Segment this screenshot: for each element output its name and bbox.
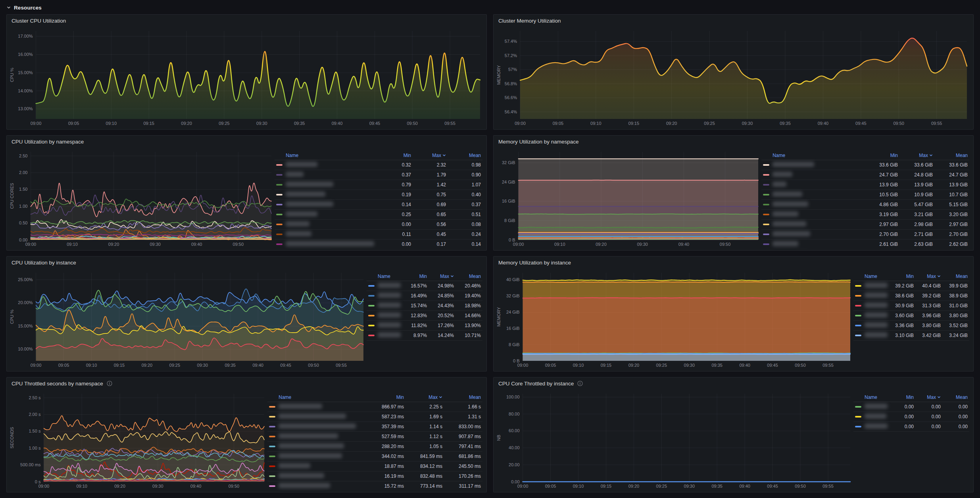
legend-series-name[interactable]: [772, 201, 865, 208]
panel-header[interactable]: CPU Utilization by instance: [7, 257, 486, 268]
legend-row[interactable]: 16.19 ms832.48 ms170.26 ms: [267, 471, 482, 481]
legend-series-name[interactable]: [279, 443, 367, 450]
legend-series-name[interactable]: [378, 283, 402, 289]
legend-row[interactable]: 2.70 GiB2.71 GiB2.70 GiB: [761, 230, 969, 239]
legend-row[interactable]: 18.87 ms834.12 ms245.50 ms: [267, 462, 482, 471]
legend-row[interactable]: 0.190.750.40: [275, 190, 482, 200]
legend-col-mean[interactable]: Mean: [942, 395, 969, 400]
legend-series-name[interactable]: [772, 241, 865, 247]
legend-col-max[interactable]: Max: [405, 395, 444, 400]
chart-cpu-core-throttled-by-instance[interactable]: 0.0020.0040.0060.0080.00100.0009:0009:05…: [496, 390, 853, 490]
chart-cpu-throttled-by-namespace[interactable]: 0 s500.00 ms1.00 s1.50 s2.00 s2.50 s09:0…: [9, 390, 267, 490]
legend-row[interactable]: 3.36 GiB3.80 GiB3.52 GiB: [853, 321, 969, 331]
legend-row[interactable]: 12.83%20.52%14.66%: [367, 311, 482, 321]
legend-series-name[interactable]: [279, 433, 367, 440]
chart-cluster-cpu[interactable]: 13.00%14.00%15.00%16.00%17.00%09:0009:05…: [9, 27, 483, 128]
legend-col-min[interactable]: Min: [402, 274, 429, 279]
legend-row[interactable]: 0.371.790.90: [275, 170, 482, 180]
legend-series-name[interactable]: [865, 293, 888, 299]
legend-row[interactable]: 4.86 GiB5.47 GiB5.15 GiB: [761, 200, 969, 210]
legend-series-name[interactable]: [279, 404, 367, 410]
legend-col-mean[interactable]: Mean: [942, 274, 969, 279]
legend-row[interactable]: 0.000.000.00: [853, 402, 969, 412]
legend-row[interactable]: 866.97 ms2.25 s1.66 s: [267, 402, 482, 412]
panel-header[interactable]: Cluster CPU Utilization: [7, 15, 486, 27]
row-header-resources[interactable]: Resources: [6, 2, 974, 13]
legend-col-max[interactable]: Max: [899, 153, 934, 158]
legend-col-mean[interactable]: Mean: [455, 274, 482, 279]
legend-row[interactable]: 288.20 ms1.05 s797.41 ms: [267, 442, 482, 452]
chart-memory-by-namespace[interactable]: 0 B8 GiB16 GiB24 GiB32 GiB09:0009:1009:2…: [496, 148, 761, 249]
legend-col-name[interactable]: Name: [865, 274, 888, 279]
legend-col-max[interactable]: Max: [413, 153, 448, 158]
panel-header[interactable]: CPU Core Throttled by instance: [494, 377, 973, 389]
legend-col-mean[interactable]: Mean: [444, 395, 482, 400]
chart-cpu-by-namespace[interactable]: 0.000.501.001.502.002.5009:0009:1009:200…: [9, 148, 275, 249]
legend-series-name[interactable]: [865, 303, 888, 309]
legend-col-name[interactable]: Name: [772, 153, 865, 158]
legend-row[interactable]: 0.791.421.07: [275, 180, 482, 190]
legend-series-name[interactable]: [279, 414, 367, 420]
chart-cpu-by-instance[interactable]: 10.00%15.00%20.00%25.00%09:0009:0509:100…: [9, 269, 367, 370]
chart-cluster-memory[interactable]: 56.4%56.6%56.8%57%57.2%57.4%09:0009:0509…: [496, 27, 970, 128]
legend-row[interactable]: 0.250.650.51: [275, 210, 482, 220]
legend-series-name[interactable]: [286, 201, 378, 208]
legend-col-name[interactable]: Name: [865, 395, 888, 400]
legend-series-name[interactable]: [286, 211, 378, 218]
legend-row[interactable]: 16.57%24.98%20.46%: [367, 281, 482, 291]
legend-col-name[interactable]: Name: [279, 395, 367, 400]
chart-memory-by-instance[interactable]: 0 B8 GiB16 GiB24 GiB32 GiB40 GiB09:0009:…: [496, 269, 853, 370]
legend-row[interactable]: 39.2 GiB40.4 GiB39.9 GiB: [853, 281, 969, 291]
legend-series-name[interactable]: [279, 423, 367, 430]
legend-row[interactable]: 3.10 GiB3.42 GiB3.24 GiB: [853, 331, 969, 341]
legend-series-name[interactable]: [279, 473, 367, 479]
legend-col-min[interactable]: Min: [378, 153, 413, 158]
legend-row[interactable]: 2.97 GiB2.98 GiB2.97 GiB: [761, 220, 969, 230]
legend-series-name[interactable]: [378, 303, 402, 309]
legend-series-name[interactable]: [772, 172, 865, 178]
legend-row[interactable]: 527.59 ms1.12 s907.87 ms: [267, 432, 482, 442]
legend-series-name[interactable]: [286, 221, 378, 228]
legend-col-max[interactable]: Max: [429, 274, 455, 279]
legend-series-name[interactable]: [865, 414, 888, 420]
legend-row[interactable]: 10.5 GiB10.9 GiB10.7 GiB: [761, 190, 969, 200]
legend-row[interactable]: 38.6 GiB39.2 GiB38.9 GiB: [853, 291, 969, 301]
legend-row[interactable]: 13.9 GiB13.9 GiB13.9 GiB: [761, 180, 969, 190]
legend-series-name[interactable]: [378, 293, 402, 299]
legend-series-name[interactable]: [865, 423, 888, 430]
info-icon[interactable]: [107, 381, 112, 386]
legend-series-name[interactable]: [772, 192, 865, 198]
legend-row[interactable]: 0.110.450.24: [275, 230, 482, 239]
legend-row[interactable]: 357.39 ms1.14 s833.00 ms: [267, 422, 482, 432]
legend-series-name[interactable]: [286, 231, 378, 238]
legend-series-name[interactable]: [279, 483, 367, 489]
legend-series-name[interactable]: [286, 192, 378, 198]
legend-col-min[interactable]: Min: [865, 153, 899, 158]
legend-col-name[interactable]: Name: [286, 153, 378, 158]
legend-series-name[interactable]: [378, 312, 402, 319]
legend-col-mean[interactable]: Mean: [934, 153, 969, 158]
legend-series-name[interactable]: [279, 453, 367, 460]
legend-row[interactable]: 33.6 GiB33.6 GiB33.6 GiB: [761, 160, 969, 170]
legend-series-name[interactable]: [286, 172, 378, 178]
legend-row[interactable]: 0.000.170.14: [275, 239, 482, 249]
legend-col-max[interactable]: Max: [915, 395, 942, 400]
legend-row[interactable]: 0.140.690.37: [275, 200, 482, 210]
legend-row[interactable]: 0.322.320.98: [275, 160, 482, 170]
panel-header[interactable]: Memory Utilization by instance: [494, 257, 973, 268]
legend-series-name[interactable]: [286, 182, 378, 188]
info-icon[interactable]: [577, 381, 583, 386]
legend-col-min[interactable]: Min: [367, 395, 405, 400]
legend-row[interactable]: 0.000.560.08: [275, 220, 482, 230]
legend-row[interactable]: 0.000.000.00: [853, 412, 969, 422]
panel-header[interactable]: Memory Utilization by namespace: [494, 136, 973, 147]
legend-row[interactable]: 16.49%24.85%19.40%: [367, 291, 482, 301]
legend-series-name[interactable]: [378, 332, 402, 339]
legend-col-min[interactable]: Min: [888, 395, 915, 400]
legend-row[interactable]: 8.97%14.24%10.71%: [367, 331, 482, 341]
legend-series-name[interactable]: [772, 162, 865, 168]
legend-series-name[interactable]: [865, 322, 888, 329]
legend-row[interactable]: 15.72 ms773.14 ms311.17 ms: [267, 481, 482, 490]
legend-row[interactable]: 30.9 GiB31.3 GiB31.0 GiB: [853, 301, 969, 311]
legend-series-name[interactable]: [865, 312, 888, 319]
